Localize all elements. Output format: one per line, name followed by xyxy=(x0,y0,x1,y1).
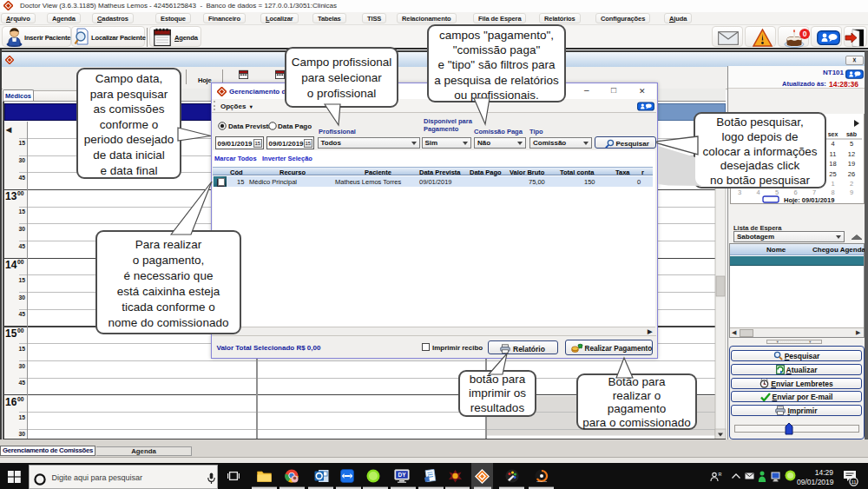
svg-text:26: 26 xyxy=(848,170,855,178)
svg-text:Hoje: 09/01/2019: Hoje: 09/01/2019 xyxy=(784,196,834,204)
svg-text:16: 16 xyxy=(5,396,17,408)
svg-text:sex: sex xyxy=(828,131,838,137)
svg-text:00: 00 xyxy=(17,396,24,402)
svg-text:15: 15 xyxy=(18,140,25,146)
svg-text:15: 15 xyxy=(18,208,25,215)
svg-text:45: 45 xyxy=(18,243,25,249)
svg-text:30: 30 xyxy=(18,294,25,301)
svg-text:◀: ◀ xyxy=(5,126,12,134)
svg-text:8: 8 xyxy=(831,188,834,196)
svg-text:12: 12 xyxy=(848,150,855,158)
svg-text:30: 30 xyxy=(18,157,25,163)
svg-text:19: 19 xyxy=(848,160,855,168)
svg-text:00: 00 xyxy=(17,327,24,334)
svg-text:15: 15 xyxy=(5,327,17,340)
svg-text:6: 6 xyxy=(793,188,797,196)
svg-text:00: 00 xyxy=(17,190,24,196)
svg-text:15: 15 xyxy=(18,346,25,352)
svg-text:30: 30 xyxy=(18,226,25,232)
svg-text:30: 30 xyxy=(18,431,25,437)
svg-text:45: 45 xyxy=(18,175,25,181)
svg-text:4: 4 xyxy=(756,188,760,196)
svg-text:13: 13 xyxy=(5,190,17,202)
svg-text:4: 4 xyxy=(831,140,834,148)
svg-text:1: 1 xyxy=(831,180,834,188)
svg-text:25: 25 xyxy=(829,170,836,178)
svg-text:5: 5 xyxy=(775,188,779,196)
svg-text:18: 18 xyxy=(829,160,836,168)
svg-text:30: 30 xyxy=(18,363,25,369)
svg-text:3: 3 xyxy=(738,188,741,196)
svg-text:00: 00 xyxy=(17,259,24,265)
svg-text:5: 5 xyxy=(850,140,853,148)
svg-text:11: 11 xyxy=(851,479,857,485)
svg-text:2: 2 xyxy=(850,180,853,188)
svg-text:7: 7 xyxy=(812,188,816,196)
svg-text:45: 45 xyxy=(18,380,25,386)
svg-text:45: 45 xyxy=(18,311,25,317)
svg-text:11: 11 xyxy=(830,150,837,158)
svg-text:14: 14 xyxy=(5,259,17,271)
svg-text:R: R xyxy=(719,472,722,477)
svg-text:15: 15 xyxy=(18,414,25,420)
svg-text:15: 15 xyxy=(18,277,25,283)
svg-text:9: 9 xyxy=(850,188,853,196)
svg-text:sáb: sáb xyxy=(846,131,857,137)
